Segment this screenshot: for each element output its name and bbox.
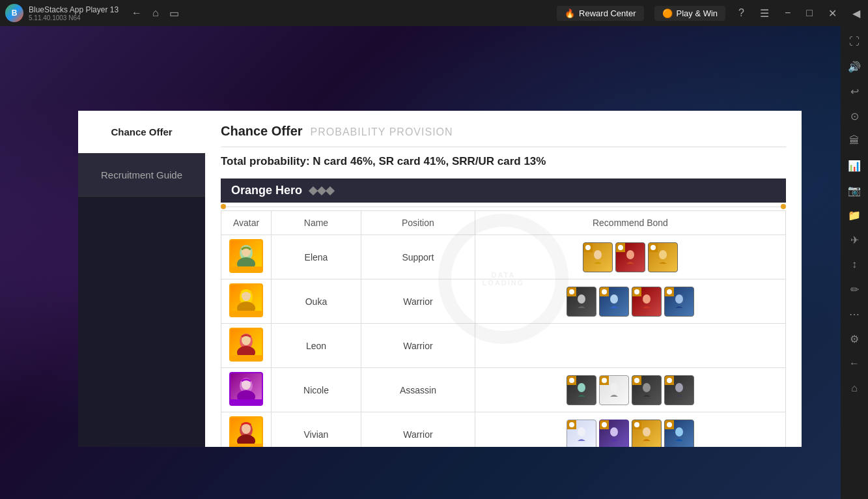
volume-icon[interactable]: 🔊 bbox=[844, 56, 865, 77]
building-icon[interactable]: 🏛 bbox=[844, 130, 865, 151]
bond-nicole bbox=[475, 368, 785, 412]
col-avatar: Avatar bbox=[221, 211, 272, 235]
bond-elena bbox=[475, 235, 785, 279]
col-name: Name bbox=[272, 211, 361, 235]
connector-dot-left bbox=[221, 204, 226, 209]
camera-icon[interactable]: 📷 bbox=[844, 180, 865, 201]
position-elena: Support bbox=[361, 235, 475, 279]
topbar: B BlueStacks App Player 13 5.11.40.1003 … bbox=[0, 0, 868, 26]
game-area: Chance Offer Recruitment Guide DATALOADI… bbox=[0, 26, 841, 499]
col-position: Position bbox=[361, 211, 475, 235]
content-title: Chance Offer bbox=[221, 124, 303, 139]
svg-point-3 bbox=[594, 250, 602, 259]
probability-text: Total probability: N card 46%, SR card 4… bbox=[221, 155, 786, 168]
play-win-button[interactable]: 🟠 Play & Win bbox=[654, 6, 726, 21]
col-bond: Recommend Bond bbox=[475, 211, 785, 235]
fullscreen-icon[interactable]: ⛶ bbox=[844, 31, 865, 52]
content-header: Chance Offer PROBABILITY PROVISION bbox=[221, 124, 786, 147]
right-content[interactable]: DATALOADING Chance Offer PROBABILITY PRO… bbox=[205, 111, 802, 447]
back-sidebar-icon[interactable]: ← bbox=[844, 353, 865, 374]
rotate-icon[interactable]: ↩ bbox=[844, 81, 865, 102]
avatar-elena bbox=[229, 239, 263, 273]
avatar-cell-ouka bbox=[221, 279, 272, 324]
bond-icon-2 bbox=[615, 242, 645, 272]
position-leon: Warrior bbox=[361, 324, 475, 368]
bond-icon-vivian-4 bbox=[664, 420, 694, 448]
play-win-label: Play & Win bbox=[677, 8, 718, 18]
airplane-icon[interactable]: ✈ bbox=[844, 229, 865, 250]
svg-point-26 bbox=[578, 427, 585, 436]
avatar-cell-leon bbox=[221, 324, 272, 368]
home-button[interactable]: ⌂ bbox=[150, 5, 161, 21]
svg-point-22 bbox=[675, 383, 683, 392]
elena-rarity bbox=[231, 266, 262, 272]
position-nicole: Assassin bbox=[361, 368, 475, 412]
settings-icon[interactable]: ⚙ bbox=[844, 328, 865, 349]
bond-icon-nicole-1 bbox=[567, 375, 596, 405]
chart-icon[interactable]: 📊 bbox=[844, 155, 865, 176]
bond-icons-elena bbox=[483, 242, 777, 272]
coin-icon: 🟠 bbox=[662, 8, 673, 18]
bond-icon-nicole-2 bbox=[599, 375, 629, 405]
vivian-rarity bbox=[231, 444, 262, 447]
svg-point-27 bbox=[610, 427, 618, 436]
bond-icon-ouka-1 bbox=[567, 287, 596, 317]
resize-icon[interactable]: ↕ bbox=[844, 254, 865, 275]
svg-point-28 bbox=[643, 427, 651, 436]
avatar-cell-vivian bbox=[221, 412, 272, 448]
table-connector bbox=[221, 203, 786, 210]
bond-icon-ouka-4 bbox=[664, 287, 694, 317]
right-sidebar: ⛶ 🔊 ↩ ⊙ 🏛 📊 📷 📁 ✈ ↕ ✏ ⋯ ⚙ ← ⌂ bbox=[841, 26, 868, 499]
connector-dot-right bbox=[781, 204, 786, 209]
name-vivian: Vivian bbox=[272, 412, 361, 448]
vivian-face bbox=[231, 418, 262, 447]
svg-point-29 bbox=[675, 427, 683, 436]
maximize-button[interactable]: □ bbox=[804, 5, 815, 21]
bond-icon-vivian-1 bbox=[567, 420, 596, 448]
modal-container: Chance Offer Recruitment Guide DATALOADI… bbox=[78, 111, 802, 447]
bond-icon-nicole-3 bbox=[632, 375, 662, 405]
bond-ouka bbox=[475, 279, 785, 324]
nav-item-chance-offer[interactable]: Chance Offer bbox=[78, 111, 205, 154]
bond-vivian bbox=[475, 412, 785, 448]
multiwindow-button[interactable]: ▭ bbox=[167, 5, 182, 22]
name-elena: Elena bbox=[272, 235, 361, 279]
avatar-cell-nicole bbox=[221, 368, 272, 412]
svg-point-21 bbox=[643, 383, 651, 392]
bond-icon-vivian-2 bbox=[599, 420, 629, 448]
nav-item-recruitment-guide[interactable]: Recruitment Guide bbox=[78, 154, 205, 197]
ouka-rarity bbox=[231, 311, 262, 316]
content-subtitle: PROBABILITY PROVISION bbox=[311, 126, 453, 138]
reward-center-label: Reward Center bbox=[579, 8, 636, 18]
bond-icon-ouka-3 bbox=[632, 287, 662, 317]
sidebar-toggle-button[interactable]: ◀ bbox=[850, 5, 863, 22]
help-button[interactable]: ? bbox=[736, 5, 747, 21]
table-row: Vivian Warrior bbox=[221, 412, 786, 448]
back-button[interactable]: ← bbox=[129, 5, 145, 21]
circle-icon[interactable]: ⊙ bbox=[844, 106, 865, 126]
bond-icons-ouka bbox=[483, 287, 777, 317]
home-sidebar-icon[interactable]: ⌂ bbox=[844, 378, 865, 399]
app-version: 5.11.40.1003 N64 bbox=[29, 14, 119, 21]
reward-center-button[interactable]: 🔥 Reward Center bbox=[557, 6, 643, 21]
name-leon: Leon bbox=[272, 324, 361, 368]
hamburger-button[interactable]: ☰ bbox=[757, 5, 772, 22]
avatar-cell-elena bbox=[221, 235, 272, 279]
bond-icons-vivian bbox=[483, 420, 777, 448]
leon-rarity bbox=[231, 355, 262, 360]
position-vivian: Warrior bbox=[361, 412, 475, 448]
pencil-icon[interactable]: ✏ bbox=[844, 279, 865, 300]
table-row: Nicole Assassin bbox=[221, 368, 786, 412]
avatar-leon bbox=[229, 328, 263, 362]
folder-icon[interactable]: 📁 bbox=[844, 205, 865, 225]
more-icon[interactable]: ⋯ bbox=[844, 304, 865, 324]
minimize-button[interactable]: − bbox=[782, 5, 793, 21]
app-title: BlueStacks App Player 13 bbox=[29, 5, 119, 14]
table-row: Elena Support bbox=[221, 235, 786, 279]
close-button[interactable]: ✕ bbox=[826, 5, 839, 22]
fire-icon: 🔥 bbox=[565, 8, 575, 18]
diamond-3 bbox=[326, 186, 335, 195]
bond-icons-nicole bbox=[483, 375, 777, 405]
bond-icon-nicole-4 bbox=[664, 375, 694, 405]
bond-icon-vivian-3 bbox=[632, 420, 662, 448]
